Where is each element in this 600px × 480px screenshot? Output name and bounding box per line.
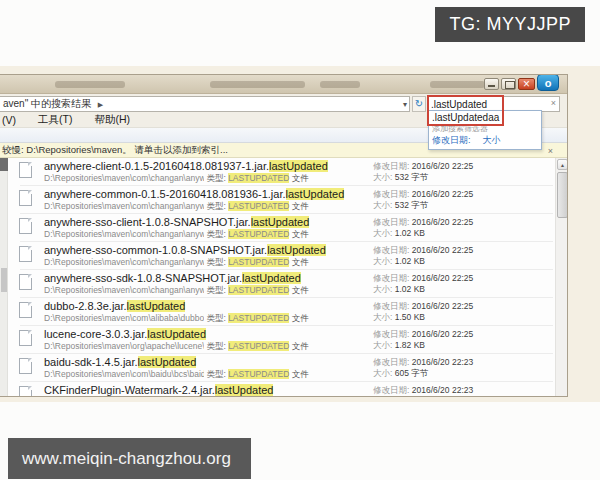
file-name: anywhere-sso-common-1.0.8-SNAPSHOT.jar.l…	[44, 244, 326, 256]
file-details: 修改日期: 2016/6/20 22:25 大小: 1.02 KB	[373, 242, 473, 267]
file-row[interactable]: dubbo-2.8.3e.jar.lastUpdated D:\Reposito…	[8, 298, 555, 326]
file-info: D:\Repositories\maven\org\apache\lucene\…	[44, 341, 309, 353]
file-size: 1.02 KB	[395, 256, 425, 266]
menu-item-help[interactable]: 帮助(H)	[94, 113, 130, 127]
file-type: LASTUPDATED	[228, 341, 289, 351]
file-info: D:\Repositories\maven\com\changan\anywhe…	[44, 257, 309, 269]
file-row[interactable]: lucene-core-3.0.3.jar.lastUpdated D:\Rep…	[8, 326, 555, 354]
file-type: LASTUPDATED	[228, 369, 289, 379]
file-details: 修改日期: 2016/6/20 22:25 大小: 532 字节	[373, 158, 473, 183]
file-info: D:\Repositories\maven\com\baidu\bcs\baid…	[44, 369, 309, 381]
file-date: 2016/6/20 22:25	[412, 245, 473, 255]
file-date: 2016/6/20 22:25	[412, 217, 473, 227]
close-button[interactable]	[518, 78, 535, 90]
file-row[interactable]: anywhere-client-0.1.5-20160418.081937-1.…	[8, 158, 555, 186]
file-info: D:\Repositories\maven\com\changan\anywhe…	[44, 229, 309, 241]
file-row[interactable]: anywhere-common-0.1.5-20160418.081936-1.…	[8, 186, 555, 214]
menu-item-view[interactable]: (V)	[2, 114, 16, 126]
file-details: 修改日期: 2016/6/20 22:25 大小: 532 字节	[373, 186, 473, 211]
titlebar-blur-text	[55, 81, 125, 88]
file-details: 修改日期: 2016/6/20 22:23	[373, 382, 473, 397]
file-path: D:\Repositories\maven\com\changan\anywhe…	[44, 229, 204, 239]
file-list-area: anywhere-client-0.1.5-20160418.081937-1.…	[0, 158, 568, 396]
window-titlebar[interactable]: o	[0, 75, 567, 94]
filter-date-modified[interactable]: 修改日期:	[432, 134, 471, 147]
file-size: 1.50 KB	[395, 312, 425, 322]
file-date: 2016/6/20 22:25	[412, 329, 473, 339]
file-icon	[19, 330, 32, 346]
file-icon	[19, 218, 32, 234]
file-info: D:\Repositories\maven\com\changan\anywhe…	[44, 173, 309, 185]
file-row[interactable]: anywhere-sso-sdk-1.0.8-SNAPSHOT.jar.last…	[8, 270, 555, 298]
menu-item-tools[interactable]: 工具(T)	[38, 113, 72, 127]
file-type: LASTUPDATED	[228, 173, 289, 183]
file-name: anywhere-sso-client-1.0.8-SNAPSHOT.jar.l…	[44, 216, 309, 228]
file-row[interactable]: anywhere-sso-client-1.0.8-SNAPSHOT.jar.l…	[8, 214, 555, 242]
file-type: LASTUPDATED	[228, 285, 289, 295]
titlebar-blur-text	[320, 81, 360, 88]
file-icon	[19, 302, 32, 318]
file-icon	[19, 274, 32, 290]
left-scrollbar-arrow[interactable]	[0, 158, 8, 171]
file-icon	[19, 386, 32, 397]
tg-watermark: TG: MYYJJPP	[435, 7, 585, 42]
scroll-up-icon[interactable]: ▲	[557, 159, 568, 170]
file-size: 605 字节	[395, 368, 429, 378]
file-row[interactable]: anywhere-sso-common-1.0.8-SNAPSHOT.jar.l…	[8, 242, 555, 270]
clear-search-icon[interactable]: ×	[551, 98, 556, 108]
maximize-button[interactable]	[501, 78, 516, 90]
file-row[interactable]: CKFinderPlugin-Watermark-2.4.jar.lastUpd…	[8, 382, 555, 397]
file-date: 2016/6/20 22:25	[412, 189, 473, 199]
file-size: 1.02 KB	[395, 228, 425, 238]
file-type: LASTUPDATED	[228, 229, 289, 239]
search-input[interactable]	[431, 97, 541, 111]
file-size: 1.82 KB	[395, 340, 425, 350]
address-dropdown-icon[interactable]: ▾	[403, 98, 407, 112]
scrollbar-thumb[interactable]	[557, 172, 568, 218]
file-icon	[19, 190, 32, 206]
file-path: D:\Repositories\maven\com\changan\anywhe…	[44, 201, 204, 211]
file-path: D:\Repositories\maven\com\changan\anywhe…	[44, 285, 204, 295]
file-info: D:\Repositories\maven\com\alibaba\dubbo\…	[44, 313, 309, 325]
minimize-button[interactable]	[484, 78, 499, 90]
file-info: D:\Repositories\maven\com\changan\anywhe…	[44, 285, 309, 297]
file-row[interactable]: baidu-sdk-1.4.5.jar.lastUpdated D:\Repos…	[8, 354, 555, 382]
vertical-scrollbar[interactable]: ▲	[555, 158, 568, 396]
file-path: D:\Repositories\maven\com\changan\anywhe…	[44, 173, 204, 183]
refresh-icon[interactable]: ↻	[412, 96, 426, 112]
file-date: 2016/6/20 22:25	[412, 273, 473, 283]
file-icon	[19, 246, 32, 262]
file-icon	[19, 358, 32, 374]
video-logo-icon: o	[537, 74, 559, 91]
file-name: lucene-core-3.0.3.jar.lastUpdated	[44, 328, 206, 340]
breadcrumb-arrow-icon[interactable]: ▶	[98, 101, 103, 108]
add-search-filter-label: 添加搜索筛选器	[429, 124, 541, 133]
file-date: 2016/6/20 22:23	[412, 385, 473, 395]
file-info: D:\Repositories\maven\com\changan\anywhe…	[44, 201, 309, 213]
file-rows: anywhere-client-0.1.5-20160418.081937-1.…	[8, 158, 555, 396]
file-type: LASTUPDATED	[228, 313, 289, 323]
file-date: 2016/6/20 22:25	[412, 301, 473, 311]
left-scrollbar[interactable]	[0, 158, 8, 396]
file-name: dubbo-2.8.3e.jar.lastUpdated	[44, 300, 185, 312]
screenshot-stage: TG: MYYJJPP o aven" 中的搜索结果 ▶ ▾ ↻ ×	[0, 0, 600, 480]
address-text: aven" 中的搜索结果	[3, 98, 91, 109]
file-size: 1.02 KB	[395, 284, 425, 294]
titlebar-blur-text	[430, 81, 485, 88]
file-details: 修改日期: 2016/6/20 22:23 大小: 605 字节	[373, 354, 473, 379]
file-details: 修改日期: 2016/6/20 22:25 大小: 1.02 KB	[373, 270, 473, 295]
file-name: CKFinderPlugin-Watermark-2.4.jar.lastUpd…	[44, 384, 273, 396]
file-details: 修改日期: 2016/6/20 22:25 大小: 1.50 KB	[373, 298, 473, 323]
left-scrollbar-thumb[interactable]	[1, 268, 7, 292]
file-size: 532 字节	[395, 200, 429, 210]
search-suggestion-item[interactable]: .lastUpdatedaa	[429, 111, 541, 124]
notification-close-icon[interactable]: ×	[548, 144, 553, 158]
file-date: 2016/6/20 22:25	[412, 161, 473, 171]
file-path: D:\Repositories\maven\com\alibaba\dubbo\…	[44, 313, 204, 323]
notification-text[interactable]: 较慢: D:\Repositories\maven。 请单击以添加到索引...	[2, 144, 228, 155]
filter-size[interactable]: 大小	[483, 134, 501, 147]
file-name: baidu-sdk-1.4.5.jar.lastUpdated	[44, 356, 196, 368]
search-suggestion-dropdown: .lastUpdatedaa 添加搜索筛选器 修改日期: 大小	[428, 110, 542, 150]
site-watermark: www.meiqin-changzhou.org	[8, 438, 251, 479]
address-breadcrumb[interactable]: aven" 中的搜索结果 ▶ ▾	[0, 96, 410, 112]
